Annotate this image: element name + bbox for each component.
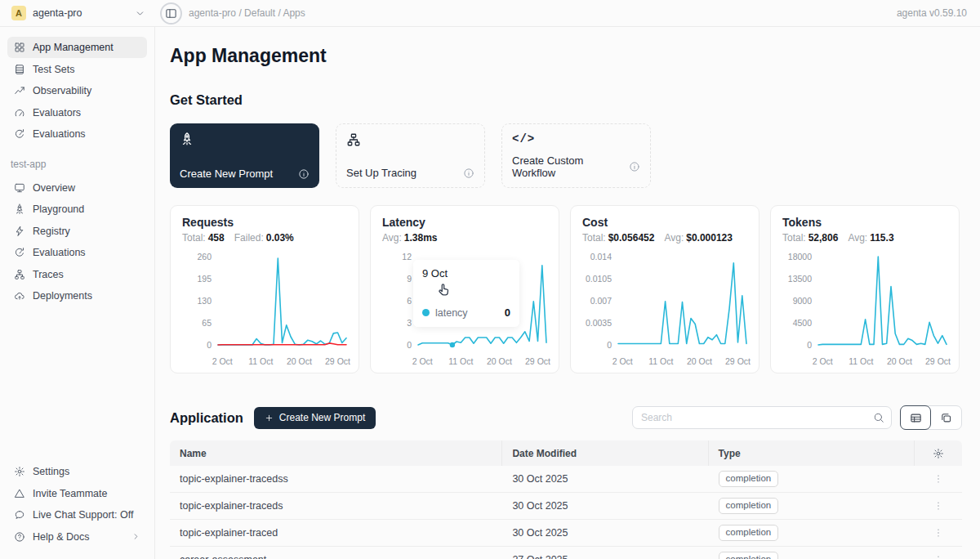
sidebar-item-live-chat-support-off[interactable]: Live Chat Support: Off <box>7 504 147 525</box>
sidebar-item-label: Test Sets <box>33 64 74 75</box>
sidebar-item-invite-teammate[interactable]: Invite Teammate <box>7 483 147 504</box>
svg-text:0: 0 <box>807 340 812 350</box>
svg-text:0: 0 <box>607 340 612 350</box>
table-view-icon <box>910 412 922 424</box>
svg-text:29 Oct: 29 Oct <box>725 356 751 366</box>
sidebar-item-evaluators[interactable]: Evaluators <box>7 102 147 123</box>
date-modified-cell: 30 Oct 2025 <box>502 466 708 492</box>
sidebar-item-app-management[interactable]: App Management <box>7 37 147 58</box>
sidebar-item-label: Live Chat Support: Off <box>33 509 133 521</box>
sidebar-item-label: Invite Teammate <box>33 488 107 499</box>
sidebar-item-help-docs[interactable]: Help & Docs <box>7 526 147 548</box>
sidebar-item-label: Deployments <box>33 290 92 302</box>
gear-icon <box>14 466 25 477</box>
sidebar-item-label: Traces <box>33 269 64 280</box>
table-row[interactable]: topic-explainer-traced30 Oct 2025complet… <box>170 520 962 547</box>
overview-icon <box>14 182 25 194</box>
panel-collapse-icon <box>165 7 177 20</box>
svg-text:2 Oct: 2 Oct <box>412 356 433 366</box>
workspace-switcher[interactable]: A agenta-pro <box>0 6 155 20</box>
metric-chart: 0651301952602 Oct11 Oct20 Oct29 Oct <box>182 247 350 369</box>
breadcrumb[interactable]: agenta-pro / Default / Apps <box>189 7 305 19</box>
table-view-button[interactable] <box>900 405 931 430</box>
info-icon[interactable] <box>298 168 310 180</box>
create-new-prompt-button[interactable]: Create New Prompt <box>254 407 376 429</box>
search-input[interactable] <box>633 412 866 423</box>
sidebar-item-evaluations[interactable]: Evaluations <box>7 242 147 263</box>
metric-chart: 00.00350.0070.01050.0142 Oct11 Oct20 Oct… <box>582 247 751 369</box>
svg-text:4500: 4500 <box>793 318 813 328</box>
sidebar-item-label: Registry <box>33 226 70 237</box>
date-modified-cell: 30 Oct 2025 <box>502 493 708 519</box>
info-icon[interactable] <box>629 161 640 172</box>
tree-icon <box>14 269 25 280</box>
sidebar-item-settings[interactable]: Settings <box>7 461 147 482</box>
metric-title: Tokens <box>782 216 947 229</box>
svg-text:2 Oct: 2 Oct <box>612 356 633 366</box>
sidebar-item-evaluations[interactable]: Evaluations <box>7 123 147 145</box>
triangle-icon <box>14 488 25 499</box>
app-name-cell: topic-explainer-traceds <box>170 493 502 519</box>
column-header-type[interactable]: Type <box>709 440 915 466</box>
sidebar-item-overview[interactable]: Overview <box>7 177 147 199</box>
table-row[interactable]: topic-explainer-tracedss30 Oct 2025compl… <box>170 466 962 493</box>
row-more-button[interactable] <box>929 470 947 488</box>
sidebar-item-registry[interactable]: Registry <box>7 221 147 242</box>
svg-text:29 Oct: 29 Oct <box>325 356 350 366</box>
type-badge: completion <box>719 471 779 487</box>
metric-card-requests: RequestsTotal:458Failed:0.03%06513019526… <box>170 205 359 373</box>
metric-stat: Failed:0.03% <box>234 232 294 244</box>
row-more-button[interactable] <box>929 551 947 559</box>
applications-table: NameDate ModifiedType topic-explainer-tr… <box>170 440 962 559</box>
table-row[interactable]: career-assessment27 Oct 2025completion <box>170 547 962 559</box>
column-header-date-modified[interactable]: Date Modified <box>502 440 708 466</box>
card-view-icon <box>940 412 952 424</box>
column-header-name[interactable]: Name <box>170 440 502 466</box>
get-started-card-label: Create New Prompt <box>180 168 273 180</box>
sidebar-item-observability[interactable]: Observability <box>7 80 147 101</box>
sidebar-item-playground[interactable]: Playground <box>7 199 147 220</box>
get-started-card-create-custom-workflow[interactable]: </>Create Custom Workflow <box>501 123 651 188</box>
tooltip-value: 0 <box>505 306 510 319</box>
table-row[interactable]: topic-explainer-traceds30 Oct 2025comple… <box>170 493 962 520</box>
page-title: App Management <box>170 45 962 67</box>
code-icon: </> <box>512 132 640 147</box>
svg-text:12: 12 <box>402 252 412 262</box>
help-icon <box>14 531 25 543</box>
evaluators-icon <box>14 107 25 119</box>
evaluations-icon <box>14 128 25 140</box>
row-more-button[interactable] <box>929 524 947 542</box>
rocket-icon <box>14 203 25 215</box>
type-badge: completion <box>719 498 779 514</box>
column-settings-button[interactable] <box>929 445 947 463</box>
gear-icon <box>933 448 944 459</box>
card-view-button[interactable] <box>930 406 961 429</box>
info-icon[interactable] <box>463 168 474 179</box>
type-badge: completion <box>719 552 779 559</box>
metric-stat: Avg:1.38ms <box>382 232 438 244</box>
sidebar-item-deployments[interactable]: Deployments <box>7 285 147 306</box>
sidebar-item-traces[interactable]: Traces <box>7 264 147 285</box>
svg-text:0.014: 0.014 <box>590 252 612 262</box>
sidebar-item-test-sets[interactable]: Test Sets <box>7 59 147 80</box>
metric-stat: Total:52,806 <box>782 232 838 244</box>
row-more-button[interactable] <box>929 497 947 515</box>
sidebar-section-label: test-app <box>11 159 147 170</box>
svg-text:195: 195 <box>197 274 212 284</box>
metric-title: Requests <box>182 216 347 229</box>
get-started-card-create-new-prompt[interactable]: Create New Prompt <box>170 123 319 188</box>
sidebar-collapse-button[interactable] <box>160 2 182 25</box>
svg-text:11 Oct: 11 Oct <box>448 356 473 366</box>
metric-card-tokens: TokensTotal:52,806Avg:115.30450090001350… <box>770 205 960 373</box>
svg-text:0: 0 <box>407 340 412 350</box>
svg-text:6: 6 <box>407 296 412 306</box>
more-vertical-icon <box>933 500 944 512</box>
get-started-card-set-up-tracing[interactable]: Set Up Tracing <box>336 123 485 188</box>
chevron-right-icon <box>131 532 140 541</box>
search-button[interactable] <box>866 407 891 428</box>
sidebar-item-label: Evaluators <box>33 107 81 119</box>
metric-stat: Avg:115.3 <box>848 232 893 244</box>
svg-text:9: 9 <box>407 274 412 284</box>
metric-card-latency: LatencyAvg:1.38ms0369122 Oct11 Oct20 Oct… <box>370 205 559 373</box>
sidebar: App ManagementTest SetsObservabilityEval… <box>0 27 155 559</box>
